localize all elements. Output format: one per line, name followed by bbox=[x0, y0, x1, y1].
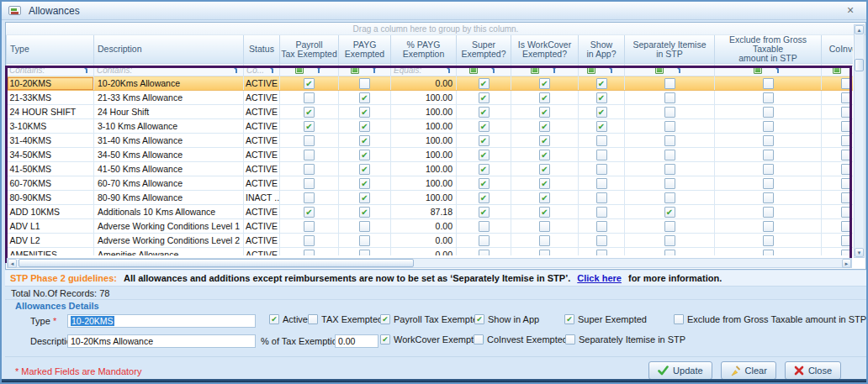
grid-cell[interactable]: 100.00 bbox=[391, 105, 457, 119]
form-checkbox-show-in-app[interactable]: ✔Show in App bbox=[474, 314, 539, 324]
grid-cell[interactable]: 34-50 Kms Allowance bbox=[94, 148, 244, 162]
filter-cell[interactable] bbox=[579, 64, 625, 76]
unchecked-checkbox[interactable] bbox=[841, 78, 852, 89]
filter-funnel-icon[interactable] bbox=[489, 66, 498, 74]
checked-checkbox[interactable]: ✔ bbox=[479, 150, 490, 160]
unchecked-checkbox[interactable] bbox=[841, 92, 852, 103]
column-header[interactable]: Type bbox=[7, 35, 94, 64]
unchecked-checkbox[interactable] bbox=[763, 164, 774, 175]
grid-cell[interactable]: 3-10KMS bbox=[7, 119, 94, 134]
column-header[interactable]: Payroll Tax Exempted bbox=[280, 35, 339, 64]
checked-checkbox[interactable]: ✔ bbox=[539, 78, 550, 89]
checked-checkbox[interactable]: ✔ bbox=[359, 92, 370, 103]
checkbox-filter-icon[interactable] bbox=[351, 66, 359, 74]
table-row[interactable]: 31-40KMS31-40 Kms AllowanceACTIVE✔100.00… bbox=[7, 134, 854, 148]
checked-checkbox[interactable]: ✔ bbox=[539, 92, 550, 103]
filter-cell[interactable] bbox=[511, 64, 579, 76]
checkbox-filter-icon[interactable] bbox=[655, 66, 664, 74]
scroll-up-icon[interactable]: ▲ bbox=[855, 25, 864, 34]
filter-cell[interactable]: Co... bbox=[244, 64, 280, 76]
form-checkbox-tax-exempted[interactable]: TAX Exempted bbox=[308, 314, 383, 324]
unchecked-checkbox[interactable] bbox=[841, 221, 852, 232]
scroll-left-icon[interactable]: ◄ bbox=[8, 259, 17, 268]
unchecked-checkbox[interactable] bbox=[596, 250, 607, 255]
unchecked-checkbox[interactable] bbox=[304, 178, 315, 189]
unchecked-checkbox[interactable] bbox=[304, 235, 315, 246]
unchecked-checkbox[interactable] bbox=[474, 334, 484, 345]
checked-checkbox[interactable]: ✔ bbox=[479, 207, 490, 218]
unchecked-checkbox[interactable] bbox=[664, 121, 675, 132]
filter-cell[interactable]: Contains: bbox=[94, 64, 244, 76]
unchecked-checkbox[interactable] bbox=[841, 207, 852, 218]
grid-cell[interactable]: ACTIVE bbox=[244, 176, 280, 191]
form-checkbox-payroll-tax-exempted[interactable]: ✔Payroll Tax Exempted bbox=[380, 314, 483, 324]
unchecked-checkbox[interactable] bbox=[664, 164, 675, 175]
unchecked-checkbox[interactable] bbox=[308, 314, 318, 324]
checked-checkbox[interactable]: ✔ bbox=[596, 78, 607, 89]
checked-checkbox[interactable]: ✔ bbox=[539, 178, 550, 189]
unchecked-checkbox[interactable] bbox=[841, 178, 852, 189]
unchecked-checkbox[interactable] bbox=[304, 92, 315, 103]
grid-cell[interactable]: 21-33 Kms Allowance bbox=[94, 91, 244, 105]
unchecked-checkbox[interactable] bbox=[841, 192, 852, 203]
unchecked-checkbox[interactable] bbox=[674, 314, 684, 324]
grid-cell[interactable]: INACT ... bbox=[244, 191, 280, 205]
checked-checkbox[interactable]: ✔ bbox=[479, 92, 490, 103]
table-row[interactable]: 21-33KMS21-33 Kms AllowanceACTIVE✔100.00… bbox=[7, 91, 854, 105]
unchecked-checkbox[interactable] bbox=[664, 235, 675, 246]
grid-cell[interactable]: 21-33KMS bbox=[7, 91, 94, 105]
grid-cell[interactable]: 60-70 Kms Allowance bbox=[94, 176, 244, 191]
click-here-link[interactable]: Click here bbox=[577, 273, 622, 283]
checked-checkbox[interactable]: ✔ bbox=[304, 78, 315, 89]
unchecked-checkbox[interactable] bbox=[664, 92, 675, 103]
unchecked-checkbox[interactable] bbox=[763, 178, 774, 189]
form-checkbox-coinvest-exempted[interactable]: CoInvest Exempted bbox=[474, 334, 568, 345]
checked-checkbox[interactable]: ✔ bbox=[479, 192, 490, 203]
checked-checkbox[interactable]: ✔ bbox=[359, 164, 370, 175]
column-header[interactable]: Description bbox=[94, 35, 244, 64]
checkbox-filter-icon[interactable] bbox=[754, 66, 762, 74]
checkbox-filter-icon[interactable] bbox=[587, 66, 595, 74]
grid-cell[interactable]: Adverse Working Conditions Level 1 bbox=[94, 219, 244, 234]
description-input[interactable]: 10-20Kms Allowance bbox=[67, 334, 256, 348]
grid-cell[interactable]: 60-70KMS bbox=[7, 176, 94, 191]
checked-checkbox[interactable]: ✔ bbox=[359, 178, 370, 189]
filter-funnel-icon[interactable] bbox=[370, 66, 379, 74]
checked-checkbox[interactable]: ✔ bbox=[269, 314, 279, 324]
unchecked-checkbox[interactable] bbox=[565, 334, 575, 345]
grid-cell[interactable]: ADV L2 bbox=[7, 234, 94, 248]
checkbox-filter-icon[interactable] bbox=[295, 66, 304, 74]
table-row[interactable]: 60-70KMS60-70 Kms AllowanceACTIVE✔100.00… bbox=[7, 176, 854, 191]
clear-button[interactable]: Clear bbox=[721, 361, 776, 380]
grid-cell[interactable]: 100.00 bbox=[391, 176, 457, 191]
grid-cell[interactable]: 100.00 bbox=[391, 148, 457, 162]
unchecked-checkbox[interactable] bbox=[763, 192, 774, 203]
unchecked-checkbox[interactable] bbox=[596, 207, 607, 218]
table-row[interactable]: 34-50KMS34-50 Kms AllowanceACTIVE✔100.00… bbox=[7, 148, 854, 162]
unchecked-checkbox[interactable] bbox=[304, 250, 315, 255]
grid-cell[interactable]: 100.00 bbox=[391, 134, 457, 148]
checked-checkbox[interactable]: ✔ bbox=[539, 192, 550, 203]
checkbox-filter-icon[interactable] bbox=[469, 66, 478, 74]
unchecked-checkbox[interactable] bbox=[359, 221, 370, 232]
grid-cell[interactable]: ACTIVE bbox=[244, 248, 280, 256]
filter-funnel-icon[interactable] bbox=[675, 66, 684, 74]
unchecked-checkbox[interactable] bbox=[763, 221, 774, 232]
table-row[interactable]: ADV L2Adverse Working Conditions Level 2… bbox=[7, 234, 854, 248]
unchecked-checkbox[interactable] bbox=[596, 150, 607, 160]
unchecked-checkbox[interactable] bbox=[763, 92, 774, 103]
filter-cell[interactable]: Contains: bbox=[7, 64, 94, 76]
unchecked-checkbox[interactable] bbox=[304, 150, 315, 160]
type-input[interactable]: 10-20KMS bbox=[67, 314, 256, 328]
unchecked-checkbox[interactable] bbox=[763, 207, 774, 218]
grid-cell[interactable]: 100.00 bbox=[391, 119, 457, 134]
checked-checkbox[interactable]: ✔ bbox=[539, 107, 550, 118]
unchecked-checkbox[interactable] bbox=[763, 135, 774, 146]
unchecked-checkbox[interactable] bbox=[763, 150, 774, 160]
checked-checkbox[interactable]: ✔ bbox=[664, 207, 675, 218]
filter-cell[interactable] bbox=[280, 64, 339, 76]
checked-checkbox[interactable]: ✔ bbox=[479, 121, 490, 132]
checked-checkbox[interactable]: ✔ bbox=[479, 135, 490, 146]
filter-funnel-icon[interactable] bbox=[315, 66, 324, 74]
grid-cell[interactable]: AMENITIES bbox=[7, 248, 94, 256]
